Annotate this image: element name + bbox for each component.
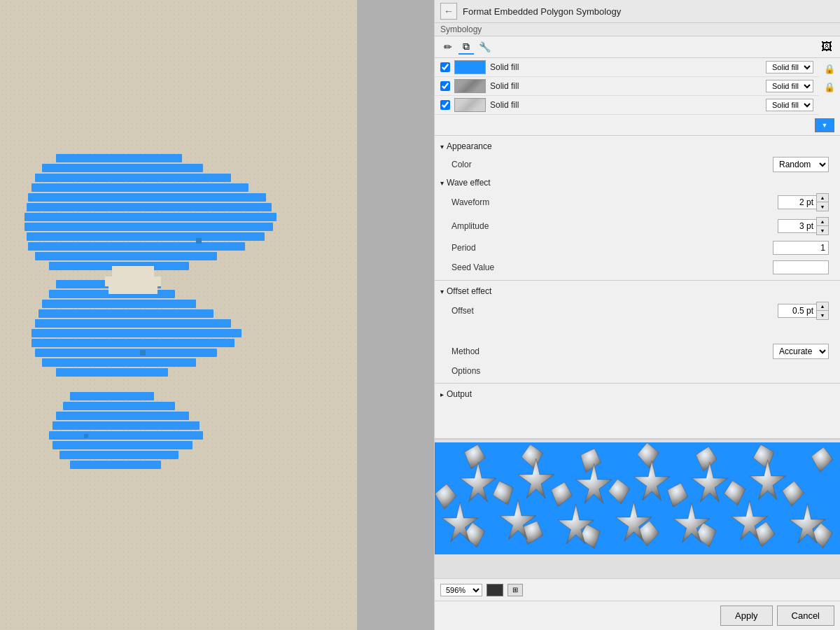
amplitude-up-btn[interactable]: ▲: [817, 218, 828, 226]
layers-section: Solid fill Solid fill Solid fill Solid f…: [435, 58, 840, 115]
waveform-spinner[interactable]: ▲ ▼: [778, 193, 829, 211]
color-prop-label: Color: [451, 160, 536, 169]
svg-rect-38: [84, 434, 88, 438]
period-label: Period: [451, 243, 536, 253]
offset-section-header[interactable]: ▾ Offset effect: [435, 284, 840, 299]
appearance-arrow: ▾: [440, 143, 444, 150]
amplitude-input[interactable]: [778, 219, 816, 233]
preview-svg: [435, 442, 840, 554]
offset-down-btn[interactable]: ▼: [817, 311, 828, 319]
svg-rect-32: [70, 461, 161, 469]
layer-label-2: Solid fill: [490, 100, 762, 110]
top-right-icon1[interactable]: 🖼: [819, 39, 834, 55]
offset-label: Offset effect: [447, 286, 491, 296]
period-prop-row: Period: [435, 238, 840, 258]
lock-icon-0[interactable]: 🔒: [822, 61, 837, 76]
method-value: Accurate Fast: [536, 344, 829, 359]
waveform-up-btn[interactable]: ▲: [817, 194, 828, 202]
layer-dropdown-2[interactable]: Solid fill: [766, 99, 813, 111]
color-swatch-button[interactable]: ▼: [815, 118, 834, 132]
seed-input[interactable]: [773, 260, 829, 274]
apply-button[interactable]: Apply: [720, 606, 773, 626]
wrench-tool-button[interactable]: 🔧: [477, 39, 492, 55]
layer-label-0: Solid fill: [490, 62, 762, 72]
svg-rect-19: [35, 319, 231, 328]
layer-checkbox-0[interactable]: [440, 62, 450, 72]
options-prop-row: Options: [435, 362, 840, 380]
toolbar: ✏ ⧉ 🔧 🖼: [435, 36, 840, 58]
svg-rect-23: [42, 358, 196, 367]
svg-rect-37: [196, 238, 202, 244]
svg-rect-31: [59, 451, 178, 459]
svg-rect-13: [35, 252, 217, 260]
offset-arrow: ▾: [440, 288, 444, 295]
svg-rect-21: [31, 339, 234, 347]
pixel-art-svg: [0, 0, 357, 630]
svg-rect-8: [27, 203, 272, 211]
offset-method-row: [435, 323, 840, 341]
color-prop-row: Color Random: [435, 154, 840, 175]
svg-rect-22: [35, 349, 217, 357]
layer-row[interactable]: Solid fill Solid fill: [435, 96, 819, 115]
output-section-header[interactable]: ▸ Output: [435, 386, 840, 402]
layer-row[interactable]: Solid fill Solid fill: [435, 58, 819, 77]
grid-icon[interactable]: ⊞: [507, 584, 523, 596]
svg-rect-28: [52, 421, 200, 430]
panel-title: Format Embedded Polygon Symbology: [463, 6, 621, 17]
seed-prop-row: Seed Value: [435, 258, 840, 277]
layer-dropdown-0[interactable]: Solid fill: [766, 61, 813, 74]
svg-rect-34: [105, 276, 161, 286]
appearance-section-header[interactable]: ▾ Appearance: [435, 139, 840, 154]
options-label: Options: [451, 366, 536, 376]
layer-checkbox-1[interactable]: [440, 81, 450, 91]
layer-checkbox-2[interactable]: [440, 100, 450, 110]
waveform-label: Waveform: [451, 197, 536, 207]
offset-prop-value: ▲ ▼: [536, 302, 829, 320]
offset-input[interactable]: [778, 304, 816, 318]
waveform-input[interactable]: [778, 195, 816, 209]
waveform-down-btn[interactable]: ▼: [817, 202, 828, 211]
back-button[interactable]: ←: [440, 3, 457, 20]
layer-swatch-0[interactable]: [454, 60, 486, 74]
waveform-prop-row: Waveform ▲ ▼: [435, 190, 840, 214]
layer-icons-right: 🔒 🔒: [819, 58, 840, 115]
method-prop-row: Method Accurate Fast: [435, 341, 840, 362]
pencil-tool-button[interactable]: ✏: [440, 39, 456, 55]
view-icon[interactable]: [486, 584, 503, 596]
svg-rect-35: [108, 286, 158, 294]
properties-section: ▾ Appearance Color Random ▾ Wave effect …: [435, 136, 840, 438]
output-arrow: ▸: [440, 391, 444, 398]
svg-rect-29: [49, 431, 203, 440]
amplitude-spinner[interactable]: ▲ ▼: [778, 217, 829, 235]
zoom-select[interactable]: 596% 100% 200% 400%: [440, 584, 482, 596]
action-bar: Apply Cancel: [435, 601, 840, 630]
layer-dropdown-1[interactable]: Solid fill: [766, 80, 813, 92]
method-label: Method: [451, 346, 536, 356]
divider-1: [435, 280, 840, 281]
layer-swatch-1[interactable]: [454, 79, 486, 93]
svg-rect-4: [42, 164, 203, 172]
lock-icon-1[interactable]: 🔒: [822, 79, 837, 94]
layer-row[interactable]: Solid fill Solid fill: [435, 77, 819, 96]
offset-up-btn[interactable]: ▲: [817, 302, 828, 311]
properties-panel: ← Format Embedded Polygon Symbology Symb…: [434, 0, 840, 630]
waveform-value: ▲ ▼: [536, 193, 829, 211]
period-input[interactable]: [773, 241, 829, 255]
layers-tool-button[interactable]: ⧉: [458, 39, 474, 55]
color-swatch-row: ▼: [435, 115, 840, 136]
amplitude-down-btn[interactable]: ▼: [817, 226, 828, 234]
svg-rect-27: [56, 412, 189, 420]
method-dropdown[interactable]: Accurate Fast: [773, 344, 829, 359]
layer-swatch-2[interactable]: [454, 98, 486, 112]
svg-rect-5: [35, 174, 231, 182]
preview-inner: [435, 442, 840, 554]
bottom-bar: 596% 100% 200% 400% ⊞: [435, 578, 840, 601]
wave-effect-section-header[interactable]: ▾ Wave effect: [435, 175, 840, 190]
cancel-button[interactable]: Cancel: [777, 606, 834, 626]
svg-rect-3: [56, 154, 182, 162]
offset-spinner[interactable]: ▲ ▼: [778, 302, 829, 320]
color-dropdown[interactable]: Random: [773, 157, 829, 172]
svg-rect-20: [31, 329, 241, 337]
symbology-breadcrumb: Symbology: [435, 23, 840, 36]
wave-effect-label: Wave effect: [447, 178, 491, 188]
